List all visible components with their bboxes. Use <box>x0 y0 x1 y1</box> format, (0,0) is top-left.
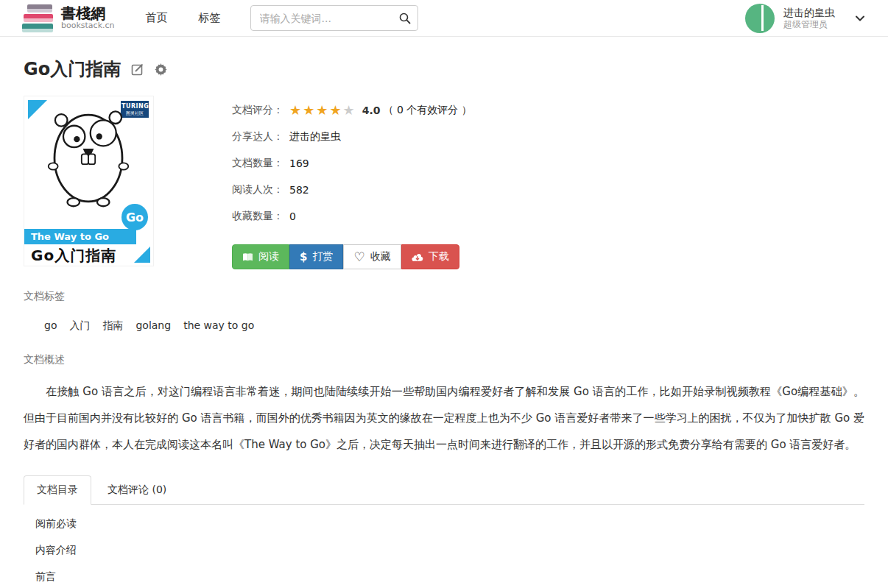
favorite-button[interactable]: ♡ 收藏 <box>343 244 401 269</box>
tags-heading: 文档标签 <box>24 290 864 303</box>
tag-link[interactable]: golang <box>135 319 171 333</box>
info-value: 169 <box>289 157 309 169</box>
reward-button[interactable]: $ 打赏 <box>289 244 343 269</box>
cover-title: Go入门指南 <box>31 246 116 266</box>
star-icon: ★ <box>316 102 329 118</box>
logo-books-icon <box>22 4 54 33</box>
gopher-illustration <box>33 107 144 211</box>
tag-link[interactable]: the way to go <box>183 319 254 333</box>
user-role: 超级管理员 <box>783 19 835 31</box>
toc-item[interactable]: 内容介绍 <box>24 537 864 564</box>
toc-item[interactable]: 阅前必读 <box>24 511 864 537</box>
tab-1[interactable]: 文档评论 (0) <box>94 475 180 505</box>
cloud-download-icon <box>412 252 423 262</box>
info-row: 分享达人：进击的皇虫 <box>232 129 472 144</box>
overview-text: 在接触 Go 语言之后，对这门编程语言非常着迷，期间也陆陆续续开始一些帮助国内编… <box>24 378 864 458</box>
info-value: 0 <box>289 210 296 222</box>
rating-note: （ 0 个有效评分 ） <box>384 104 472 117</box>
edit-icon[interactable] <box>131 63 144 76</box>
logo-subtitle: bookstack.cn <box>61 21 115 30</box>
rating-row: 文档评分： ★★★★★ 4.0 （ 0 个有效评分 ） <box>232 102 472 118</box>
site-logo[interactable]: 書棧網 bookstack.cn <box>22 4 115 33</box>
search-button[interactable] <box>394 7 416 29</box>
info-row: 收藏数量：0 <box>232 208 472 224</box>
avatar <box>745 4 775 33</box>
toc-item[interactable]: 前言 <box>24 564 864 588</box>
info-row: 阅读人次：582 <box>232 182 472 197</box>
toc-list: 阅前必读内容介绍前言第1章：Go 语言的起源，发展与普及第2章：安装与运行环境 <box>24 511 864 588</box>
read-button[interactable]: 阅读 <box>232 244 289 269</box>
info-label: 分享达人： <box>232 130 283 144</box>
user-name: 进击的皇虫 <box>783 6 835 19</box>
cover-banner: The Way to Go <box>24 229 136 244</box>
overview-heading: 文档概述 <box>24 353 864 366</box>
search-input[interactable] <box>250 5 418 31</box>
star-icon: ★ <box>329 102 342 118</box>
tag-link[interactable]: go <box>44 319 57 333</box>
gear-icon[interactable] <box>155 63 167 76</box>
rating-label: 文档评分： <box>232 104 283 117</box>
heart-icon: ♡ <box>353 251 364 263</box>
info-value: 进击的皇虫 <box>289 130 341 144</box>
info-label: 收藏数量： <box>232 210 283 223</box>
page-title: Go入门指南 <box>24 57 121 81</box>
go-badge: Go <box>121 204 148 230</box>
book-icon <box>242 252 253 262</box>
tag-link[interactable]: 指南 <box>102 319 123 333</box>
star-icon: ★ <box>303 102 316 118</box>
logo-title: 書棧網 <box>61 5 115 21</box>
tag-link[interactable]: 入门 <box>69 319 90 333</box>
star-icon: ★ <box>289 102 303 118</box>
star-icon: ★ <box>343 102 356 118</box>
main-nav: 首页标签 <box>146 11 221 25</box>
search-icon <box>399 13 411 24</box>
tag-list: go入门指南golangthe way to go <box>24 319 864 333</box>
nav-item-0[interactable]: 首页 <box>146 11 168 25</box>
dollar-icon: $ <box>300 250 307 263</box>
cover-corner-triangle-bottom <box>134 247 150 263</box>
chevron-down-icon <box>854 13 866 24</box>
download-button[interactable]: 下载 <box>401 244 459 269</box>
header: 書棧網 bookstack.cn 首页标签 进击的皇虫 超级管理员 <box>0 0 888 37</box>
info-value: 582 <box>289 184 309 196</box>
user-menu[interactable]: 进击的皇虫 超级管理员 <box>745 4 866 33</box>
book-cover: TURING 图灵社区 <box>24 96 154 266</box>
action-buttons: 阅读 $ 打赏 ♡ 收藏 下载 <box>232 244 459 269</box>
info-label: 阅读人次： <box>232 183 283 196</box>
info-row: 文档数量：169 <box>232 155 472 171</box>
tab-0[interactable]: 文档目录 <box>24 475 91 505</box>
rating-stars: ★★★★★ <box>289 104 356 117</box>
rating-value: 4.0 <box>362 105 381 116</box>
info-label: 文档数量： <box>232 157 283 170</box>
nav-item-1[interactable]: 标签 <box>199 11 221 25</box>
tab-bar: 文档目录文档评论 (0) <box>24 475 864 505</box>
search-box <box>250 5 418 31</box>
